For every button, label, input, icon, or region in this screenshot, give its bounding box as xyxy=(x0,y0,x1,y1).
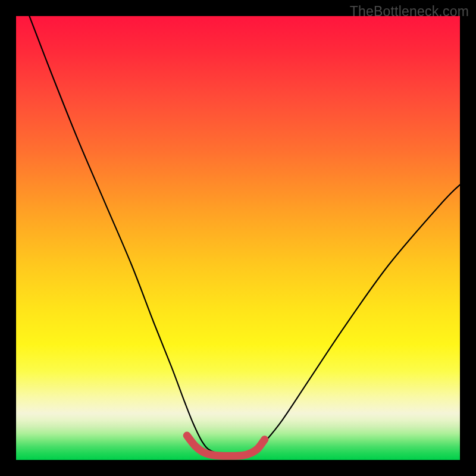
chart-frame: TheBottleneck.com xyxy=(0,0,476,476)
red-highlight xyxy=(187,436,265,456)
chart-svg xyxy=(16,16,460,460)
plot-area xyxy=(16,16,460,460)
watermark-text: TheBottleneck.com xyxy=(350,4,469,20)
black-curve xyxy=(29,16,460,456)
